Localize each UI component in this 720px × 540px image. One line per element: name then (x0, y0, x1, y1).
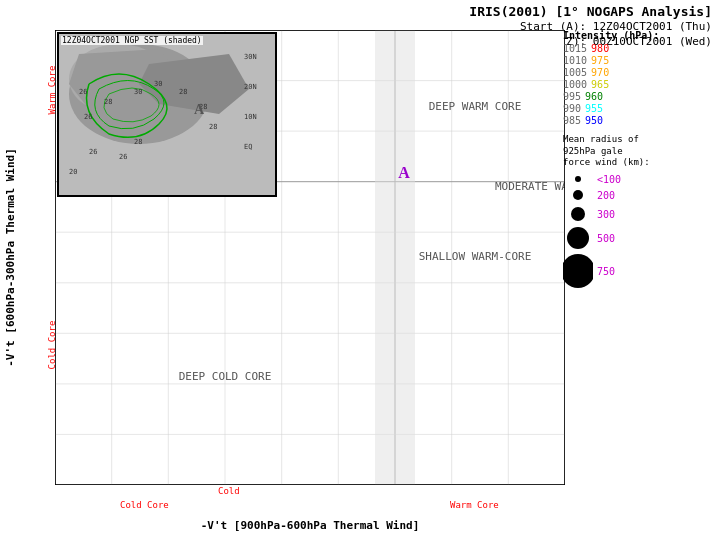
svg-text:26: 26 (84, 113, 92, 121)
svg-text:MODERATE WARM CORE: MODERATE WARM CORE (495, 180, 565, 193)
radius-row-1: <100 (563, 173, 718, 185)
dot-750 (563, 253, 593, 289)
intensity-row-1: 1015 980 (563, 43, 718, 54)
int-left-4: 1000 (563, 79, 587, 90)
svg-text:30: 30 (134, 88, 142, 96)
radius-label-2: 200 (597, 190, 615, 201)
dot-100 (563, 173, 593, 185)
svg-text:28: 28 (134, 138, 142, 146)
radius-label-1: <100 (597, 174, 621, 185)
iris-title: IRIS(2001) [1° NOGAPS Analysis] (469, 4, 712, 19)
intensity-row-3: 1005 970 (563, 67, 718, 78)
svg-text:30: 30 (154, 80, 162, 88)
radius-row-5: 750 (563, 253, 718, 289)
int-left-5: 995 (563, 91, 581, 102)
dot-300 (563, 205, 593, 223)
legend-panel: Intensity (hPa): 1015 980 1010 975 1005 … (563, 30, 718, 485)
mini-map-title: 12Z04OCT2001 NGP SST (shaded) (61, 36, 203, 45)
radius-label-3: 300 (597, 209, 615, 220)
svg-point-51 (567, 227, 589, 249)
int-right-6: 955 (585, 103, 603, 114)
warm-core-x-label: Warm Core (450, 500, 499, 510)
y-axis-label-container: -V't [600hPa-300hPa Thermal Wind] (0, 30, 20, 485)
svg-text:DEEP WARM CORE: DEEP WARM CORE (429, 100, 522, 113)
int-right-4: 965 (591, 79, 609, 90)
intensity-row-4: 1000 965 (563, 79, 718, 90)
svg-text:30N: 30N (244, 53, 257, 61)
int-left-1: 1015 (563, 43, 587, 54)
svg-point-52 (563, 254, 593, 288)
radius-row-3: 300 (563, 205, 718, 223)
svg-text:A: A (194, 102, 205, 117)
mini-map: 12Z04OCT2001 NGP SST (shaded) 26 28 30 3… (57, 32, 277, 197)
svg-text:SHALLOW WARM-CORE: SHALLOW WARM-CORE (419, 250, 532, 263)
int-left-7: 985 (563, 115, 581, 126)
svg-text:EQ: EQ (244, 143, 252, 151)
int-right-2: 975 (591, 55, 609, 66)
int-right-3: 970 (591, 67, 609, 78)
svg-point-50 (571, 207, 585, 221)
int-right-7: 950 (585, 115, 603, 126)
svg-text:A: A (398, 164, 410, 181)
mini-map-svg: 26 28 30 30 28 28 26 26 26 28 28 20 30N … (59, 34, 277, 197)
svg-text:28: 28 (104, 98, 112, 106)
cold-label-bottom: Cold (218, 486, 240, 496)
svg-text:28: 28 (209, 123, 217, 131)
svg-text:26: 26 (119, 153, 127, 161)
cold-core-x-label: Cold Core (120, 500, 169, 510)
intensity-row-7: 985 950 (563, 115, 718, 126)
intensity-title: Intensity (hPa): (563, 30, 718, 41)
radius-row-4: 500 (563, 226, 718, 250)
dot-200 (563, 188, 593, 202)
radius-label-4: 500 (597, 233, 615, 244)
intensity-row-5: 995 960 (563, 91, 718, 102)
radius-label-5: 750 (597, 266, 615, 277)
svg-text:DEEP COLD CORE: DEEP COLD CORE (179, 370, 272, 383)
radius-row-2: 200 (563, 188, 718, 202)
main-container: IRIS(2001) [1° NOGAPS Analysis] Start (A… (0, 0, 720, 540)
svg-rect-21 (375, 30, 415, 485)
int-left-2: 1010 (563, 55, 587, 66)
svg-text:20: 20 (69, 168, 77, 176)
svg-text:20N: 20N (244, 83, 257, 91)
svg-text:28: 28 (179, 88, 187, 96)
int-right-5: 960 (585, 91, 603, 102)
svg-text:26: 26 (79, 88, 87, 96)
svg-text:10N: 10N (244, 113, 257, 121)
radius-title: Mean radius of925hPa galeforce wind (km)… (563, 134, 718, 169)
int-left-3: 1005 (563, 67, 587, 78)
int-left-6: 990 (563, 103, 581, 114)
x-axis-label: -V't [900hPa-600hPa Thermal Wind] (55, 519, 565, 532)
intensity-row-2: 1010 975 (563, 55, 718, 66)
svg-point-49 (573, 190, 583, 200)
svg-point-48 (575, 176, 581, 182)
dot-500 (563, 226, 593, 250)
y-axis-label: -V't [600hPa-300hPa Thermal Wind] (4, 148, 17, 367)
intensity-row-6: 990 955 (563, 103, 718, 114)
int-right-1: 980 (591, 43, 609, 54)
svg-text:26: 26 (89, 148, 97, 156)
